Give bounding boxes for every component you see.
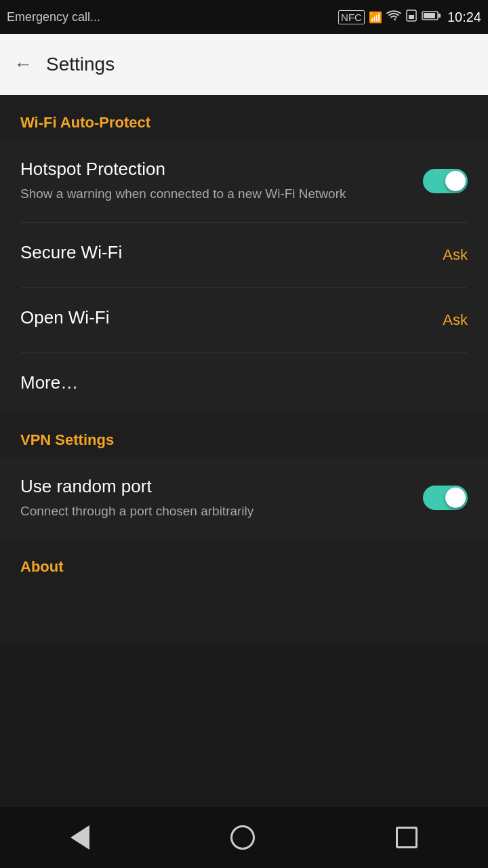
settings-content: Wi-Fi Auto-Protect Hotspot Protection Sh… <box>0 95 488 645</box>
use-random-port-desc: Connect through a port chosen arbitraril… <box>20 502 409 521</box>
back-nav-button[interactable] <box>70 825 89 850</box>
more-item[interactable]: More… <box>0 353 488 412</box>
emergency-call-text: Emergency call... <box>7 10 100 24</box>
home-nav-button[interactable] <box>230 825 255 850</box>
recents-nav-button[interactable] <box>396 827 418 848</box>
navigation-bar <box>0 807 488 868</box>
svg-rect-3 <box>424 13 435 18</box>
wifi-section-header: Wi-Fi Auto-Protect <box>0 95 488 140</box>
back-button[interactable]: ← <box>14 54 33 75</box>
svg-rect-4 <box>439 14 441 18</box>
toggle-knob-2 <box>445 488 466 508</box>
open-wifi-item[interactable]: Open Wi-Fi Ask <box>0 288 488 353</box>
about-section-header: About <box>0 539 488 584</box>
signal-icon: 📶 <box>369 11 382 24</box>
status-bar: Emergency call... NFC 📶 <box>0 0 488 34</box>
wifi-icon <box>386 9 401 24</box>
secure-wifi-item[interactable]: Secure Wi-Fi Ask <box>0 223 488 288</box>
open-wifi-title: Open Wi-Fi <box>20 307 429 328</box>
hotspot-protection-item[interactable]: Hotspot Protection Show a warning when c… <box>0 140 488 222</box>
hotspot-protection-toggle[interactable] <box>423 169 468 193</box>
svg-rect-1 <box>409 15 414 19</box>
secure-wifi-ask[interactable]: Ask <box>443 246 468 264</box>
page-header: ← Settings <box>0 34 488 95</box>
use-random-port-toggle[interactable] <box>423 486 468 510</box>
battery-icon <box>422 10 441 24</box>
hotspot-protection-desc: Show a warning when connected to a new W… <box>20 185 409 203</box>
page-title: Settings <box>46 54 115 75</box>
open-wifi-ask[interactable]: Ask <box>443 311 468 329</box>
use-random-port-item[interactable]: Use random port Connect through a port c… <box>0 457 488 540</box>
secure-wifi-title: Secure Wi-Fi <box>20 242 429 263</box>
sim-icon <box>405 9 418 24</box>
status-bar-icons: NFC 📶 10:24 <box>338 9 481 25</box>
status-time: 10:24 <box>447 9 481 25</box>
hotspot-protection-title: Hotspot Protection <box>20 159 409 180</box>
use-random-port-title: Use random port <box>20 476 409 497</box>
nfc-icon: NFC <box>338 10 365 24</box>
toggle-knob <box>445 171 466 191</box>
more-title: More… <box>20 372 78 393</box>
vpn-section-header: VPN Settings <box>0 412 488 457</box>
